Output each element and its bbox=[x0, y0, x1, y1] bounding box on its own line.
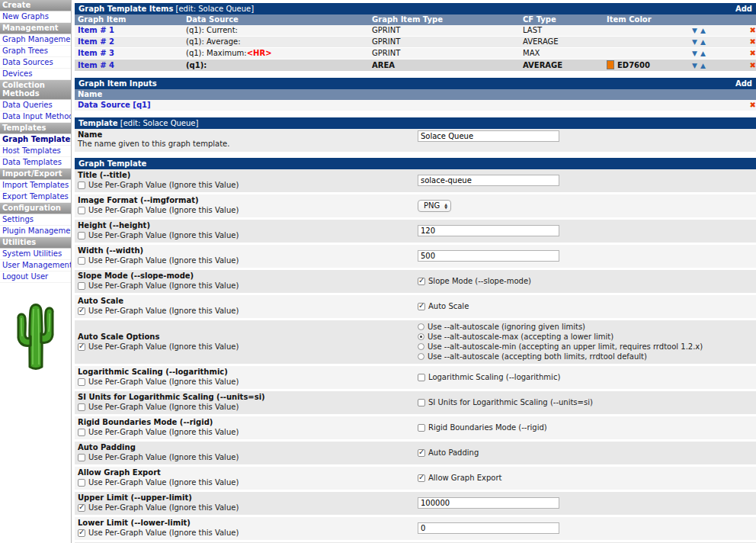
graph-items-column-header: Graph ItemData SourceGraph Item TypeCF T… bbox=[75, 14, 756, 25]
sidebar-section-management: Management bbox=[0, 23, 71, 34]
sidebar-nav: CreateNew GraphsManagementGraph Manageme… bbox=[0, 0, 71, 283]
sidebar-item-import-templates[interactable]: Import Templates bbox=[0, 180, 71, 191]
move-down-icon[interactable]: ▼ bbox=[692, 50, 697, 57]
move-down-icon[interactable]: ▼ bbox=[692, 62, 697, 69]
sidebar-item-plugin-management[interactable]: Plugin Management bbox=[0, 226, 71, 237]
field-checkbox-auto-padding[interactable] bbox=[418, 449, 425, 457]
sidebar-item-data-sources[interactable]: Data Sources bbox=[0, 57, 71, 69]
template-name-input[interactable] bbox=[418, 130, 559, 142]
radio-use-alt-autoscale-min-accepting-an-upper[interactable] bbox=[418, 343, 424, 350]
column-graph-item-type: Graph Item Type bbox=[369, 14, 520, 25]
field-checkbox-label: SI Units for Logarithmic Scaling (--unit… bbox=[428, 398, 593, 407]
sidebar-item-data-queries[interactable]: Data Queries bbox=[0, 100, 71, 111]
per-graph-checkbox[interactable] bbox=[78, 429, 85, 436]
sidebar-item-data-input-methods[interactable]: Data Input Methods bbox=[0, 111, 71, 123]
radio-label: Use --alt-autoscale-min (accepting an up… bbox=[428, 342, 703, 352]
field-checkbox-allow-graph-export[interactable] bbox=[418, 474, 425, 482]
data-source-cell: (q1): Maximum:<HR> bbox=[183, 48, 369, 59]
per-graph-checkbox[interactable] bbox=[78, 454, 85, 461]
graph-item-link[interactable]: Item # 4 bbox=[78, 61, 114, 69]
column-item-color: Item Color bbox=[604, 14, 689, 25]
per-graph-checkbox[interactable] bbox=[78, 504, 85, 512]
add-graph-item-link[interactable]: Add bbox=[735, 5, 752, 13]
per-graph-checkbox[interactable] bbox=[78, 307, 85, 315]
field-select-image-format-imgformat[interactable]: PNG▲▼ bbox=[418, 200, 451, 212]
field-input-width-width[interactable] bbox=[418, 250, 559, 262]
per-graph-checkbox[interactable] bbox=[78, 282, 85, 290]
section-title-suffix: [edit: Solace Queue] bbox=[176, 5, 255, 13]
sidebar-item-devices[interactable]: Devices bbox=[0, 69, 71, 80]
field-checkbox-rigid-boundaries-mode-rigid[interactable] bbox=[418, 424, 425, 432]
field-checkbox-slope-mode-slope-mode[interactable] bbox=[418, 278, 425, 285]
form-row-auto-scale: Auto ScaleUse Per-Graph Value (Ignore th… bbox=[75, 295, 756, 318]
field-checkbox-label: Rigid Boundaries Mode (--rigid) bbox=[428, 423, 547, 432]
sidebar-item-logout-user[interactable]: Logout User bbox=[0, 272, 71, 283]
sidebar-item-export-templates[interactable]: Export Templates bbox=[0, 191, 71, 203]
move-down-icon[interactable]: ▼ bbox=[692, 38, 697, 46]
move-up-icon[interactable]: ▲ bbox=[700, 38, 706, 46]
per-graph-checkbox[interactable] bbox=[78, 378, 85, 386]
section-title-suffix: [edit: Solace Queue] bbox=[120, 119, 199, 127]
field-input-title-title[interactable] bbox=[418, 175, 559, 186]
per-graph-checkbox[interactable] bbox=[78, 529, 85, 537]
radio-use-alt-autoscale-accepting-both-limits-[interactable] bbox=[418, 353, 424, 360]
per-graph-checkbox[interactable] bbox=[78, 343, 85, 351]
field-checkbox-logarithmic-scaling-logarithmic[interactable] bbox=[418, 374, 425, 381]
delete-icon[interactable]: ✖ bbox=[741, 37, 756, 47]
field-checkbox-si-units-for-logarithmic-scaling-units-si[interactable] bbox=[418, 399, 425, 406]
radio-use-alt-autoscale-max-accepting-a-lower-[interactable] bbox=[418, 333, 424, 340]
radio-label: Use --alt-autoscale-max (accepting a low… bbox=[428, 332, 613, 342]
sidebar-item-user-management[interactable]: User Management bbox=[0, 260, 71, 272]
field-label: Height (--height) bbox=[78, 221, 418, 230]
cactus-logo bbox=[12, 294, 71, 373]
cf-type-cell: LAST bbox=[520, 25, 604, 36]
field-checkbox-label: Logarithmic Scaling (--logarithmic) bbox=[428, 373, 560, 382]
per-graph-checkbox[interactable] bbox=[78, 182, 85, 189]
sidebar-item-settings[interactable]: Settings bbox=[0, 214, 71, 226]
data-source-input-link[interactable]: Data Source [q1] bbox=[78, 101, 151, 109]
delete-icon[interactable]: ✖ bbox=[741, 26, 756, 35]
field-input-lower-limit-lower-limit[interactable] bbox=[418, 522, 559, 534]
per-graph-checkbox[interactable] bbox=[78, 207, 85, 214]
sidebar: CreateNew GraphsManagementGraph Manageme… bbox=[0, 0, 72, 543]
sidebar-item-new-graphs[interactable]: New Graphs bbox=[0, 11, 71, 23]
field-checkbox-auto-scale[interactable] bbox=[418, 303, 425, 310]
move-up-icon[interactable]: ▲ bbox=[700, 27, 706, 34]
sidebar-item-graph-management[interactable]: Graph Management bbox=[0, 34, 71, 46]
move-up-icon[interactable]: ▲ bbox=[700, 62, 706, 69]
move-down-icon[interactable]: ▼ bbox=[692, 27, 697, 34]
delete-icon[interactable]: ✖ bbox=[741, 61, 756, 70]
graph-item-inputs-header: Graph Item Inputs Add bbox=[75, 78, 756, 89]
sidebar-item-data-templates[interactable]: Data Templates bbox=[0, 157, 71, 169]
per-graph-label: Use Per-Graph Value (Ignore this Value) bbox=[88, 307, 239, 316]
sidebar-item-system-utilities[interactable]: System Utilities bbox=[0, 249, 71, 260]
template-name-label: Name bbox=[78, 130, 418, 140]
delete-icon[interactable]: ✖ bbox=[741, 49, 756, 58]
radio-use-alt-autoscale-ignoring-given-limits[interactable] bbox=[418, 323, 424, 330]
sidebar-item-graph-templates[interactable]: Graph Templates bbox=[0, 134, 71, 146]
column-delete bbox=[741, 19, 756, 21]
per-graph-checkbox[interactable] bbox=[78, 232, 85, 239]
sidebar-item-graph-trees[interactable]: Graph Trees bbox=[0, 46, 71, 57]
field-label: Auto Scale Options bbox=[78, 333, 418, 342]
sidebar-section-utilities: Utilities bbox=[0, 237, 71, 249]
per-graph-checkbox[interactable] bbox=[78, 257, 85, 265]
per-graph-label: Use Per-Graph Value (Ignore this Value) bbox=[88, 453, 239, 462]
graph-item-link[interactable]: Item # 1 bbox=[78, 26, 114, 34]
add-graph-item-input-link[interactable]: Add bbox=[735, 79, 752, 88]
field-input-height-height[interactable] bbox=[418, 225, 559, 236]
graph-item-cell: Item # 3 bbox=[75, 48, 183, 59]
form-row-lower-limit-lower-limit: Lower Limit (--lower-limit)Use Per-Graph… bbox=[75, 517, 756, 540]
move-up-icon[interactable]: ▲ bbox=[700, 50, 706, 57]
sidebar-section-import-export: Import/Export bbox=[0, 169, 71, 180]
field-input-upper-limit-upper-limit[interactable] bbox=[418, 497, 559, 509]
per-graph-checkbox[interactable] bbox=[78, 403, 85, 411]
delete-icon[interactable]: ✖ bbox=[741, 101, 756, 110]
cactus-logo-image bbox=[12, 294, 58, 371]
cf-type-cell: AVERAGE bbox=[520, 60, 604, 71]
sidebar-section-configuration: Configuration bbox=[0, 203, 71, 214]
sidebar-item-host-templates[interactable]: Host Templates bbox=[0, 146, 71, 157]
graph-item-link[interactable]: Item # 3 bbox=[78, 49, 114, 57]
per-graph-checkbox[interactable] bbox=[78, 479, 85, 487]
graph-item-link[interactable]: Item # 2 bbox=[78, 37, 114, 46]
